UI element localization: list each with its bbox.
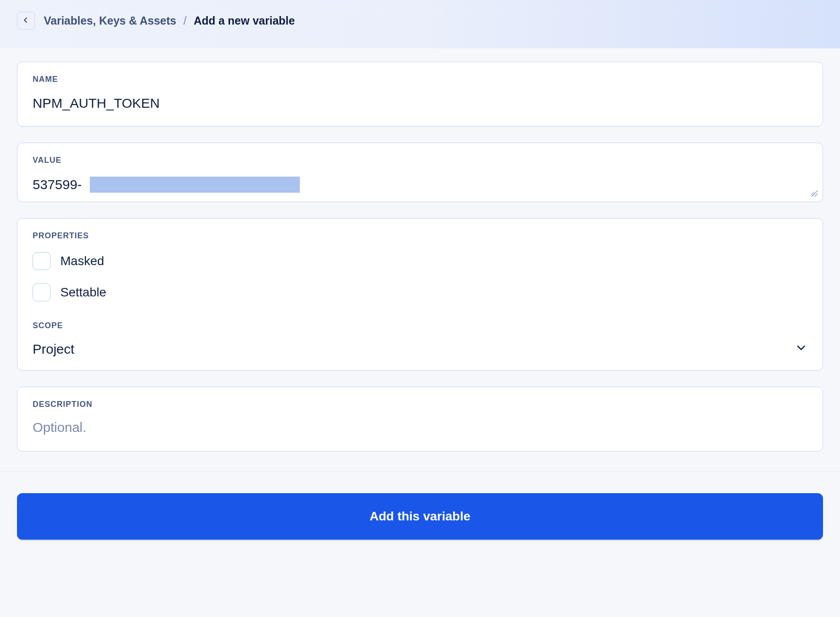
svg-line-1 (815, 194, 818, 197)
breadcrumb-separator: / (183, 14, 186, 27)
breadcrumb-current: Add a new variable (193, 14, 294, 27)
description-card: DESCRIPTION (17, 387, 823, 452)
page-header: Variables, Keys & Assets / Add a new var… (0, 0, 840, 48)
description-label: DESCRIPTION (33, 400, 807, 409)
description-input[interactable] (33, 420, 807, 435)
checkbox-masked[interactable]: Masked (33, 252, 807, 270)
name-input[interactable] (33, 96, 807, 111)
redacted-segment (90, 177, 300, 193)
checkbox-settable-label: Settable (60, 285, 106, 300)
checkbox-masked-label: Masked (60, 254, 104, 268)
name-card: NAME (17, 62, 823, 127)
properties-label: PROPERTIES (33, 231, 807, 241)
value-label: VALUE (33, 156, 815, 165)
breadcrumb: Variables, Keys & Assets / Add a new var… (44, 14, 295, 27)
value-card: VALUE (17, 143, 823, 202)
checkbox-settable[interactable]: Settable (33, 283, 807, 301)
form-content: NAME VALUE PROPERTIES Masked Settable (0, 48, 840, 452)
chevron-left-icon (22, 17, 29, 25)
chevron-down-icon (795, 341, 807, 357)
breadcrumb-parent[interactable]: Variables, Keys & Assets (44, 14, 176, 27)
scope-selected-value: Project (33, 342, 74, 357)
name-label: NAME (33, 75, 807, 84)
form-footer: Add this variable (0, 471, 840, 561)
properties-card: PROPERTIES Masked Settable SCOPE Project (17, 218, 823, 371)
checkbox-box-icon (33, 252, 50, 270)
add-variable-button[interactable]: Add this variable (17, 493, 823, 540)
scope-label: SCOPE (33, 321, 807, 330)
back-button[interactable] (17, 12, 35, 30)
scope-select[interactable]: Project (33, 341, 807, 357)
checkbox-box-icon (33, 283, 50, 301)
